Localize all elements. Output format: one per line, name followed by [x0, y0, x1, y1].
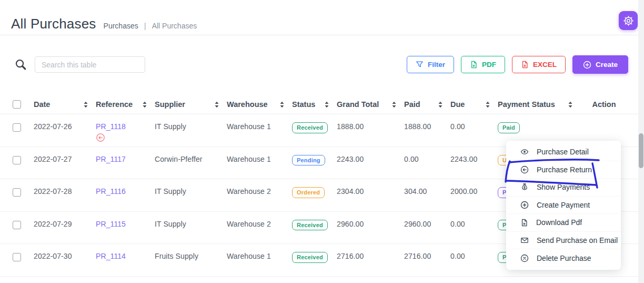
sort-icon[interactable]	[568, 101, 573, 108]
supplier-cell: IT Supply	[155, 220, 227, 228]
column-label: Status	[292, 100, 315, 109]
column-header-status[interactable]: Status	[292, 100, 337, 109]
column-header-action: Action	[580, 100, 628, 109]
x-circle-icon	[520, 254, 529, 262]
column-header-paid[interactable]: Paid	[404, 100, 450, 109]
filter-button[interactable]: Filter	[407, 56, 454, 73]
plus-circle-icon	[520, 201, 529, 209]
reference-link[interactable]: PR_1116	[96, 187, 149, 196]
reference-link[interactable]: PR_1117	[96, 155, 149, 163]
column-label: Payment Status	[498, 100, 555, 109]
breadcrumb: Purchases | All Purchases	[104, 21, 197, 30]
breadcrumb-current: All Purchases	[152, 22, 197, 30]
select-all-checkbox[interactable]	[13, 100, 21, 109]
page-header: All Purchases Purchases | All Purchases	[0, 0, 644, 35]
column-label: Grand Total	[337, 100, 379, 109]
column-header-payment-status[interactable]: Payment Status	[498, 100, 580, 109]
column-header-warehouse[interactable]: Warehouse	[227, 100, 292, 109]
status-badge: Pending	[292, 155, 325, 166]
date-cell: 2022-07-27	[34, 155, 96, 163]
table-header-row: DateReferenceSupplierWarehouseStatusGran…	[0, 95, 644, 114]
menu-item-purchase-return[interactable]: Purchase Return	[506, 161, 621, 179]
column-header-due[interactable]: Due	[450, 100, 498, 109]
menu-item-label: Purchase Return	[537, 165, 592, 174]
excel-button[interactable]: EXCEL	[512, 56, 566, 73]
sort-icon[interactable]	[279, 101, 285, 108]
row-select-cell	[13, 155, 34, 164]
warehouse-cell: Warehouse 1	[227, 122, 292, 131]
sort-icon[interactable]	[485, 101, 490, 108]
column-label: Due	[450, 100, 465, 109]
menu-item-send-purchase-on-email[interactable]: Send Purchase on Email	[506, 232, 621, 250]
search-input[interactable]	[35, 56, 145, 73]
paid-cell: 304.00	[404, 187, 450, 196]
supplier-cell: Corwin-Pfeffer	[155, 155, 227, 163]
reference-link[interactable]: PR_1118	[96, 122, 149, 131]
sort-icon[interactable]	[324, 101, 329, 108]
reference-link[interactable]: PR_1114	[96, 252, 149, 260]
reference-cell: PR_1116	[96, 187, 155, 196]
menu-item-label: Purchase Detail	[537, 148, 589, 156]
column-label: Warehouse	[227, 100, 268, 109]
envelope-icon	[520, 236, 529, 245]
sort-icon[interactable]	[438, 101, 443, 108]
create-button[interactable]: Create	[572, 55, 628, 74]
due-cell: 0.00	[450, 122, 498, 131]
status-badge: Received	[292, 252, 328, 263]
row-actions-menu-button[interactable]	[599, 121, 609, 125]
column-header-reference[interactable]: Reference	[96, 100, 155, 109]
button-label: PDF	[482, 61, 496, 69]
sort-icon[interactable]	[142, 101, 147, 108]
due-cell: 2000.00	[450, 187, 498, 196]
sort-icon[interactable]	[391, 101, 397, 108]
due-cell: 0.00	[450, 252, 498, 260]
page-scrollbar-thumb[interactable]	[639, 133, 643, 168]
all-purchases-page: All Purchases Purchases | All Purchases …	[0, 0, 644, 283]
sort-icon[interactable]	[83, 101, 88, 108]
column-label: Date	[34, 100, 50, 109]
reference-link[interactable]: PR_1115	[96, 220, 149, 228]
date-cell: 2022-07-26	[34, 122, 96, 131]
breadcrumb-section[interactable]: Purchases	[104, 22, 138, 30]
row-select-cell	[13, 220, 34, 229]
row-select-cell	[13, 122, 34, 132]
warehouse-cell: Warehouse 2	[227, 220, 292, 228]
pdf-button[interactable]: PDF	[461, 56, 505, 73]
settings-gear-button[interactable]	[619, 11, 638, 30]
reference-cell: PR_1118	[96, 122, 155, 142]
column-header-date[interactable]: Date	[34, 100, 96, 109]
row-checkbox[interactable]	[13, 123, 21, 132]
column-label: Paid	[404, 100, 420, 109]
toolbar-buttons: FilterPDFEXCELCreate	[407, 55, 628, 74]
paid-cell: 0.00	[404, 155, 450, 163]
grand-total-cell: 2304.00	[337, 187, 404, 196]
menu-item-label: Create Payment	[537, 201, 590, 209]
filter-icon	[416, 61, 424, 69]
menu-item-delete-purchase[interactable]: Delete Purchase	[506, 249, 621, 267]
page-scrollbar-track[interactable]	[638, 0, 644, 283]
column-header-supplier[interactable]: Supplier	[155, 100, 227, 109]
column-header-grand-total[interactable]: Grand Total	[337, 100, 404, 109]
menu-item-show-payments[interactable]: Show Payments	[506, 179, 621, 197]
row-checkbox[interactable]	[13, 188, 21, 197]
button-label: EXCEL	[533, 61, 557, 69]
row-checkbox[interactable]	[13, 253, 21, 261]
menu-item-download-pdf[interactable]: Download Pdf	[506, 214, 621, 232]
page-title: All Purchases	[11, 16, 96, 32]
column-label: Reference	[96, 100, 133, 109]
status-cell: Received	[292, 220, 337, 231]
warehouse-cell: Warehouse 1	[227, 155, 292, 163]
sort-icon[interactable]	[214, 101, 219, 108]
return-flag-icon	[96, 133, 149, 142]
pdf-file-icon	[520, 219, 528, 227]
row-checkbox[interactable]	[13, 156, 21, 164]
menu-item-label: Show Payments	[537, 183, 590, 191]
row-select-cell	[13, 252, 34, 261]
return-arrow-icon	[520, 165, 529, 174]
menu-item-purchase-detail[interactable]: Purchase Detail	[506, 143, 621, 161]
menu-item-label: Download Pdf	[536, 218, 582, 227]
menu-item-create-payment[interactable]: Create Payment	[506, 197, 621, 214]
plus-circle-icon	[583, 61, 591, 69]
select-all-cell	[13, 100, 34, 109]
row-checkbox[interactable]	[13, 221, 21, 229]
